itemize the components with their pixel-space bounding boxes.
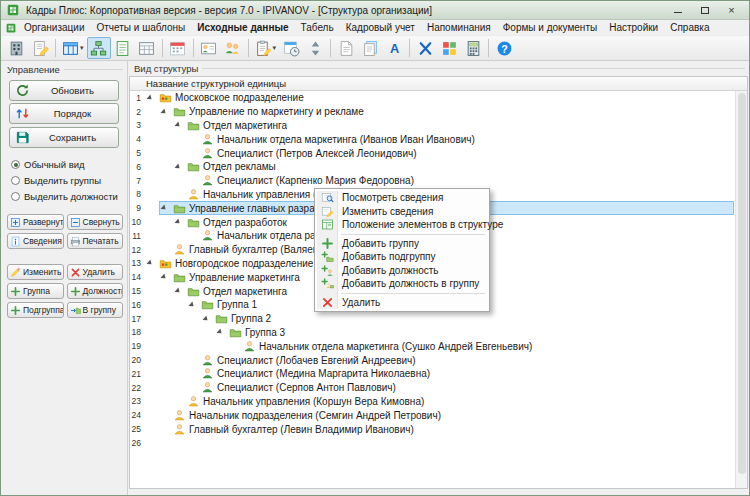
tree-node[interactable]: Специалист (Медина Маргарита Николаевна) — [187, 367, 734, 381]
tree-row-26[interactable]: 26 — [130, 436, 734, 450]
edit-button[interactable]: Изменить — [7, 264, 64, 280]
expand-arrow-icon[interactable] — [218, 329, 226, 335]
documents-toolbar-button[interactable] — [358, 37, 382, 59]
vertical-scrollbar[interactable] — [735, 91, 747, 488]
close-button[interactable]: × — [718, 2, 745, 19]
maximize-button[interactable] — [691, 2, 718, 19]
context-menu-item-add-subgroup[interactable]: Добавить подгруппу — [317, 250, 487, 264]
menubar-item-5[interactable]: Кадровый учет — [340, 21, 421, 34]
context-menu-item-add-position[interactable]: Добавить должность — [317, 264, 487, 278]
menubar-item-6[interactable]: Напоминания — [421, 21, 497, 34]
context-menu-item-view-details[interactable]: Посмотреть сведения — [317, 191, 487, 205]
reports-toolbar-button[interactable] — [28, 37, 52, 59]
help-toolbar-button[interactable]: ? — [492, 37, 516, 59]
tree-node[interactable]: Специалист (Серпов Антон Павлович) — [187, 381, 734, 395]
expand-arrow-icon[interactable] — [176, 122, 184, 128]
tree-row-17[interactable]: 17Группа 2 — [130, 312, 734, 326]
tree-node[interactable]: Группа 2 — [201, 312, 734, 326]
tree-row-21[interactable]: 21Специалист (Медина Маргарита Николаевн… — [130, 367, 734, 381]
tree-node[interactable]: Начальник управления (Коршун Вера Кимовн… — [173, 395, 734, 409]
details-button[interactable]: Сведения — [7, 233, 64, 249]
tree-node[interactable] — [145, 436, 734, 450]
highlight-groups-radio[interactable]: Выделить группы — [11, 175, 123, 186]
expand-arrow-icon[interactable] — [176, 288, 184, 294]
tree-row-20[interactable]: 20Специалист (Лобачев Евгений Андреевич) — [130, 353, 734, 367]
to-group-button[interactable]: В группу — [67, 302, 124, 318]
menubar-item-9[interactable]: Справка — [664, 21, 715, 34]
tree-row-6[interactable]: 6Отдел рекламы — [130, 160, 734, 174]
tree-node[interactable]: Отдел рекламы — [173, 160, 734, 174]
order-button[interactable]: Порядок — [9, 103, 119, 124]
save-button[interactable]: Сохранить — [9, 127, 119, 148]
menubar-item-3[interactable]: Исходные данные — [191, 21, 294, 34]
tree-row-18[interactable]: 18Группа 3 — [130, 326, 734, 340]
chevron-down-icon[interactable]: ▾ — [80, 44, 84, 52]
context-menu-item-element-position[interactable]: Положение элементов в структуре — [317, 218, 487, 232]
expand-arrow-icon[interactable] — [176, 219, 184, 225]
expand-arrow-icon[interactable] — [162, 205, 170, 211]
tree-row-19[interactable]: 19Начальник отдела маркетинга (Сушко Анд… — [130, 339, 734, 353]
tree-node[interactable]: Группа 3 — [215, 326, 734, 340]
context-menu-item-edit-details[interactable]: Изменить сведения — [317, 205, 487, 219]
tree-node[interactable]: Управление по маркетингу и рекламе — [159, 105, 734, 119]
refresh-button[interactable]: Обновить — [9, 80, 119, 101]
menubar-item-4[interactable]: Табель — [295, 21, 340, 34]
delete-button[interactable]: Удалить — [67, 264, 124, 280]
expand-arrow-icon[interactable] — [162, 109, 170, 115]
highlight-positions-radio[interactable]: Выделить должности — [11, 191, 123, 202]
tree-row-25[interactable]: 25Главный бухгалтер (Левин Владимир Иван… — [130, 422, 734, 436]
settings-toolbar-button[interactable] — [437, 37, 461, 59]
group-button[interactable]: Группа — [7, 283, 64, 299]
print-button[interactable]: Печатать — [67, 233, 124, 249]
tree-node[interactable]: Специалист (Петров Алексей Леонидович) — [187, 146, 734, 160]
templates-toolbar-button[interactable]: A — [382, 37, 406, 59]
timesheet-toolbar-button[interactable] — [166, 37, 190, 59]
tree-node[interactable]: Специалист (Лобачев Евгений Андреевич) — [187, 353, 734, 367]
reminders-toolbar-button[interactable] — [279, 37, 303, 59]
normal-view-radio[interactable]: Обычный вид — [11, 159, 123, 170]
radio-icon[interactable] — [11, 192, 20, 201]
scrollbar-thumb[interactable] — [738, 93, 746, 474]
positions-table-toolbar-button[interactable] — [135, 37, 159, 59]
initial-data-toolbar-button[interactable]: ▾ — [59, 37, 87, 59]
forms-toolbar-button[interactable] — [334, 37, 358, 59]
expand-arrow-icon[interactable] — [148, 260, 156, 266]
tree-row-5[interactable]: 5Специалист (Петров Алексей Леонидович) — [130, 146, 734, 160]
chevron-down-icon[interactable]: ▾ — [273, 44, 277, 52]
tree-row-23[interactable]: 23Начальник управления (Коршун Вера Кимо… — [130, 395, 734, 409]
tree-row-24[interactable]: 24Начальник подразделения (Семгин Андрей… — [130, 408, 734, 422]
tree-node[interactable]: Московское подразделение — [145, 91, 734, 105]
personnel-toolbar-button[interactable] — [221, 37, 245, 59]
tree-node[interactable]: Начальник отдела маркетинга (Иванов Иван… — [187, 132, 734, 146]
radio-icon[interactable] — [11, 176, 20, 185]
collapse-button[interactable]: Свернуть — [67, 214, 124, 230]
expand-arrow-icon[interactable] — [148, 95, 156, 101]
tree-row-2[interactable]: 2Управление по маркетингу и рекламе — [130, 105, 734, 119]
tree-row-4[interactable]: 4Начальник отдела маркетинга (Иванов Ива… — [130, 132, 734, 146]
expand-arrow-icon[interactable] — [204, 316, 212, 322]
structure-toolbar-button[interactable] — [87, 37, 111, 59]
menubar-item-7[interactable]: Формы и документы — [497, 21, 603, 34]
tools-toolbar-button[interactable] — [413, 37, 437, 59]
employee-card-toolbar-button[interactable] — [197, 37, 221, 59]
tree-row-1[interactable]: 1Московское подразделение — [130, 91, 734, 105]
tree-row-3[interactable]: 3Отдел маркетинга — [130, 119, 734, 133]
menubar-item-2[interactable]: Отчеты и шаблоны — [90, 21, 191, 34]
orders-toolbar-button[interactable]: ▾ — [252, 37, 280, 59]
expand-arrow-icon[interactable] — [190, 302, 198, 308]
minimize-button[interactable] — [664, 2, 691, 19]
context-menu-item-delete[interactable]: Удалить — [317, 296, 487, 310]
calculator-toolbar-button[interactable] — [461, 37, 485, 59]
expand-arrow-icon[interactable] — [162, 274, 170, 280]
position-button[interactable]: Должность — [67, 283, 124, 299]
context-menu-item-add-position-to-group[interactable]: Добавить должность в группу — [317, 277, 487, 291]
tree-node[interactable]: Начальник подразделения (Семгин Андрей П… — [159, 408, 734, 422]
organizations-toolbar-button[interactable] — [4, 37, 28, 59]
context-menu-item-add-group[interactable]: Добавить группу — [317, 237, 487, 251]
staff-list-toolbar-button[interactable] — [111, 37, 135, 59]
tree-row-7[interactable]: 7Специалист (Карпенко Мария Федоровна) — [130, 174, 734, 188]
menubar-item-8[interactable]: Настройки — [603, 21, 664, 34]
tree-node[interactable]: Главный бухгалтер (Левин Владимир Иванов… — [159, 422, 734, 436]
tree-node[interactable]: Отдел маркетинга — [173, 119, 734, 133]
menubar-item-1[interactable]: Организации — [18, 21, 90, 34]
